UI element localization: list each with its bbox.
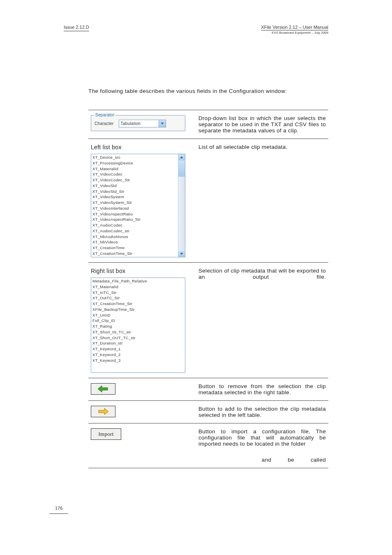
list-item[interactable]: XT_VideoAspectRatio <box>92 211 177 217</box>
right-listbox-title: Right list box <box>91 268 194 274</box>
list-item[interactable]: XT_Short_IN_TC_str <box>92 329 184 335</box>
arrow-left-icon <box>98 386 108 392</box>
list-item[interactable]: XT_CreationTime <box>92 245 177 251</box>
list-item[interactable]: XT_Duration_str <box>92 340 184 346</box>
table-row: Import Button to import a configuration … <box>88 423 328 468</box>
list-item[interactable]: XT_MaterialId <box>92 166 177 172</box>
add-button[interactable] <box>91 406 115 417</box>
chevron-down-icon <box>159 120 166 127</box>
import-button-label: Import <box>98 431 113 437</box>
separator-description: Drop-down list box in which the user sel… <box>196 110 328 139</box>
add-description: Button to add to the selection the clip … <box>196 401 328 423</box>
list-item[interactable]: XT_Rating <box>92 324 184 329</box>
list-item[interactable]: XT_VideoSystem <box>92 194 177 200</box>
table-row: Button to add to the selection the clip … <box>88 401 328 423</box>
page-header: Issue 2.12.D XFile Version 2.12 – User M… <box>64 25 328 35</box>
table-row: Separator Character Tabulation Drop-down… <box>88 110 328 139</box>
list-item[interactable]: XT_AudioCodec_str <box>92 228 177 234</box>
list-item[interactable]: XT_Keyword_1 <box>92 346 184 352</box>
left-listbox-description: List of all selectable clip metadata. <box>196 139 328 263</box>
separator-dropdown[interactable]: Tabulation <box>119 120 166 127</box>
list-item[interactable]: XT_VideoCodec <box>92 171 177 177</box>
list-item[interactable]: XT_OutTC_Str <box>92 295 184 301</box>
list-item[interactable]: XT_VideoSystem_Str <box>92 200 177 206</box>
list-item[interactable]: Full_Clip_ID <box>92 318 184 324</box>
separator-field-label: Character <box>95 121 114 126</box>
right-listbox[interactable]: Metadata_File_Path_RelativeXT_MaterialId… <box>91 278 185 373</box>
list-item[interactable]: XT_VideoStd_Str <box>92 189 177 194</box>
scroll-thumb[interactable] <box>178 160 185 177</box>
scrollbar[interactable] <box>178 154 185 257</box>
scroll-up-icon[interactable] <box>178 154 185 160</box>
list-item[interactable]: XT_CreationTime_Str <box>92 301 184 307</box>
separator-legend: Separator <box>95 113 115 117</box>
list-item[interactable]: XT_Short_OUT_TC_str <box>92 335 184 341</box>
list-item[interactable]: XT_VideoInterlaced <box>92 206 177 211</box>
list-item[interactable]: XT_ProcessingDevice <box>92 160 177 166</box>
list-item[interactable]: XT_NbVideos <box>92 239 177 245</box>
scroll-down-icon[interactable] <box>178 251 185 257</box>
import-description: Button to import a configuration file. T… <box>196 423 328 468</box>
list-item[interactable]: XT_Device_src <box>92 155 177 160</box>
right-listbox-description: Selection of clip metadata that will be … <box>196 263 328 378</box>
list-item[interactable]: XFile_BackupTime_Str <box>92 307 184 312</box>
config-fields-table: Separator Character Tabulation Drop-down… <box>88 110 328 468</box>
table-row: Left list box XT_Device_srcXT_Processing… <box>88 139 328 263</box>
left-listbox-title: Left list box <box>91 144 194 150</box>
page-number: 176 <box>49 506 68 514</box>
import-button[interactable]: Import <box>91 428 121 440</box>
list-item[interactable]: XT_VideoStd <box>92 183 177 189</box>
left-listbox[interactable]: XT_Device_srcXT_ProcessingDeviceXT_Mater… <box>91 154 185 257</box>
list-item[interactable]: XT_NbAudioMonos <box>92 234 177 240</box>
table-row: Button to remove from the selection the … <box>88 378 328 401</box>
separator-groupbox: Separator Character Tabulation <box>91 115 185 131</box>
list-item[interactable]: XT_Keyword_3 <box>92 358 184 363</box>
list-item[interactable]: XT_AudioCodec <box>92 222 177 228</box>
list-item[interactable]: XT_VideoCodec_Str <box>92 177 177 183</box>
arrow-right-icon <box>98 408 108 415</box>
list-item[interactable]: XT_InTC_Str <box>92 290 184 296</box>
table-row: Right list box Metadata_File_Path_Relati… <box>88 263 328 378</box>
list-item[interactable]: XT_CreationTime_Str <box>92 251 177 257</box>
remove-button[interactable] <box>91 383 115 395</box>
separator-dropdown-value: Tabulation <box>121 121 141 126</box>
list-item[interactable]: XT_UmID <box>92 312 184 318</box>
list-item[interactable]: XT_VideoAspectRatio_Str <box>92 217 177 222</box>
remove-description: Button to remove from the selection the … <box>196 378 328 401</box>
list-item[interactable]: XT_Keyword_2 <box>92 352 184 358</box>
header-title: XFile Version 2.12 – User Manual <box>261 25 328 30</box>
list-item[interactable]: XT_MaterialId <box>92 284 184 290</box>
header-issue: Issue 2.12.D <box>64 25 89 31</box>
header-subtitle: EVS Broadcast Equipment – July 2009 <box>261 30 328 35</box>
list-item[interactable]: Metadata_File_Path_Relative <box>92 278 184 284</box>
intro-text: The following table describes the variou… <box>88 88 328 94</box>
